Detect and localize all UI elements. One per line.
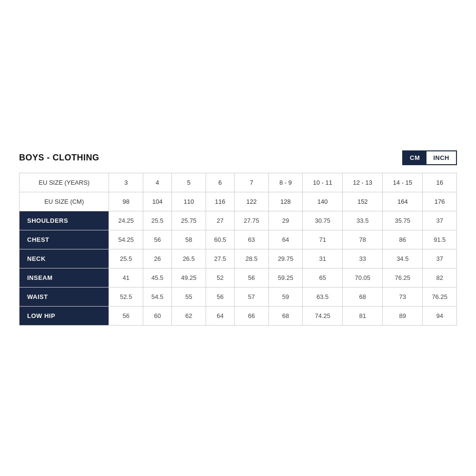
table-cell: 41 bbox=[109, 268, 143, 288]
table-cell: 64 bbox=[206, 307, 234, 326]
table-cell: 6 bbox=[206, 173, 234, 192]
table-cell: 37 bbox=[423, 249, 457, 268]
table-row: INSEAM4145.549.25525659.256570.0576.2582 bbox=[20, 268, 457, 288]
table-cell: 140 bbox=[303, 192, 343, 211]
table-row: LOW HIP56606264666874.25818994 bbox=[20, 307, 457, 326]
table-cell: 65 bbox=[303, 268, 343, 288]
table-cell: 176 bbox=[423, 192, 457, 211]
table-cell: 73 bbox=[383, 288, 423, 307]
table-cell: 29 bbox=[268, 211, 303, 230]
table-cell: 31 bbox=[303, 249, 343, 268]
table-cell: 12 - 13 bbox=[343, 173, 383, 192]
eu-years-label: EU SIZE (YEARS) bbox=[20, 173, 109, 192]
table-cell: 25.5 bbox=[143, 211, 172, 230]
table-cell: 76.25 bbox=[383, 268, 423, 288]
table-row: SHOULDERS24.2525.525.752727.752930.7533.… bbox=[20, 211, 457, 230]
table-cell: 33 bbox=[343, 249, 383, 268]
table-cell: 152 bbox=[343, 192, 383, 211]
table-cell: 64 bbox=[268, 230, 303, 249]
table-cell: 27.75 bbox=[235, 211, 269, 230]
table-cell: 68 bbox=[343, 288, 383, 307]
table-cell: 27 bbox=[206, 211, 234, 230]
table-cell: 62 bbox=[172, 307, 206, 326]
table-cell: 33.5 bbox=[343, 211, 383, 230]
table-cell: 52.5 bbox=[109, 288, 143, 307]
content-wrapper: BOYS - CLOTHING CM INCH EU SIZE (YEARS)3… bbox=[19, 150, 457, 326]
table-cell: 8 - 9 bbox=[268, 173, 303, 192]
unit-toggle: CM INCH bbox=[402, 150, 457, 165]
eu-years-row: EU SIZE (YEARS)345678 - 910 - 1112 - 131… bbox=[20, 173, 457, 192]
table-cell: 52 bbox=[206, 268, 234, 288]
table-cell: 49.25 bbox=[172, 268, 206, 288]
table-cell: 57 bbox=[235, 288, 269, 307]
table-cell: 26 bbox=[143, 249, 172, 268]
table-cell: 26.5 bbox=[172, 249, 206, 268]
table-cell: 63.5 bbox=[303, 288, 343, 307]
table-cell: 58 bbox=[172, 230, 206, 249]
table-cell: 82 bbox=[423, 268, 457, 288]
table-cell: 91.5 bbox=[423, 230, 457, 249]
row-label: WAIST bbox=[20, 288, 109, 307]
table-cell: 54.25 bbox=[109, 230, 143, 249]
table-cell: 104 bbox=[143, 192, 172, 211]
eu-cm-label: EU SIZE (CM) bbox=[20, 192, 109, 211]
cm-button[interactable]: CM bbox=[403, 151, 426, 164]
table-cell: 3 bbox=[109, 173, 143, 192]
table-cell: 56 bbox=[143, 230, 172, 249]
table-cell: 29.75 bbox=[268, 249, 303, 268]
table-cell: 25.5 bbox=[109, 249, 143, 268]
table-cell: 28.5 bbox=[235, 249, 269, 268]
table-cell: 89 bbox=[383, 307, 423, 326]
table-cell: 10 - 11 bbox=[303, 173, 343, 192]
table-cell: 128 bbox=[268, 192, 303, 211]
table-cell: 14 - 15 bbox=[383, 173, 423, 192]
table-cell: 68 bbox=[268, 307, 303, 326]
table-row: WAIST52.554.55556575963.5687376.25 bbox=[20, 288, 457, 307]
table-row: CHEST54.25565860.5636471788691.5 bbox=[20, 230, 457, 249]
row-label: SHOULDERS bbox=[20, 211, 109, 230]
page-title: BOYS - CLOTHING bbox=[19, 153, 99, 163]
header-row: BOYS - CLOTHING CM INCH bbox=[19, 150, 457, 165]
table-cell: 34.5 bbox=[383, 249, 423, 268]
table-cell: 7 bbox=[235, 173, 269, 192]
table-cell: 25.75 bbox=[172, 211, 206, 230]
table-cell: 94 bbox=[423, 307, 457, 326]
table-cell: 60 bbox=[143, 307, 172, 326]
table-cell: 30.75 bbox=[303, 211, 343, 230]
table-cell: 74.25 bbox=[303, 307, 343, 326]
table-cell: 70.05 bbox=[343, 268, 383, 288]
table-cell: 45.5 bbox=[143, 268, 172, 288]
table-cell: 24.25 bbox=[109, 211, 143, 230]
table-cell: 78 bbox=[343, 230, 383, 249]
table-cell: 81 bbox=[343, 307, 383, 326]
table-cell: 35.75 bbox=[383, 211, 423, 230]
eu-cm-row: EU SIZE (CM)9810411011612212814015216417… bbox=[20, 192, 457, 211]
row-label: CHEST bbox=[20, 230, 109, 249]
size-table: EU SIZE (YEARS)345678 - 910 - 1112 - 131… bbox=[19, 173, 457, 326]
table-cell: 59 bbox=[268, 288, 303, 307]
table-cell: 54.5 bbox=[143, 288, 172, 307]
table-cell: 16 bbox=[423, 173, 457, 192]
row-label: INSEAM bbox=[20, 268, 109, 288]
inch-button[interactable]: INCH bbox=[426, 151, 456, 164]
table-cell: 63 bbox=[235, 230, 269, 249]
table-cell: 55 bbox=[172, 288, 206, 307]
row-label: NECK bbox=[20, 249, 109, 268]
table-row: NECK25.52626.527.528.529.75313334.537 bbox=[20, 249, 457, 268]
table-cell: 4 bbox=[143, 173, 172, 192]
table-cell: 56 bbox=[235, 268, 269, 288]
table-cell: 164 bbox=[383, 192, 423, 211]
table-cell: 66 bbox=[235, 307, 269, 326]
table-cell: 116 bbox=[206, 192, 234, 211]
table-cell: 110 bbox=[172, 192, 206, 211]
table-cell: 56 bbox=[206, 288, 234, 307]
table-cell: 37 bbox=[423, 211, 457, 230]
table-cell: 86 bbox=[383, 230, 423, 249]
table-cell: 60.5 bbox=[206, 230, 234, 249]
table-cell: 71 bbox=[303, 230, 343, 249]
table-cell: 27.5 bbox=[206, 249, 234, 268]
table-cell: 122 bbox=[235, 192, 269, 211]
table-cell: 98 bbox=[109, 192, 143, 211]
table-cell: 76.25 bbox=[423, 288, 457, 307]
table-cell: 59.25 bbox=[268, 268, 303, 288]
